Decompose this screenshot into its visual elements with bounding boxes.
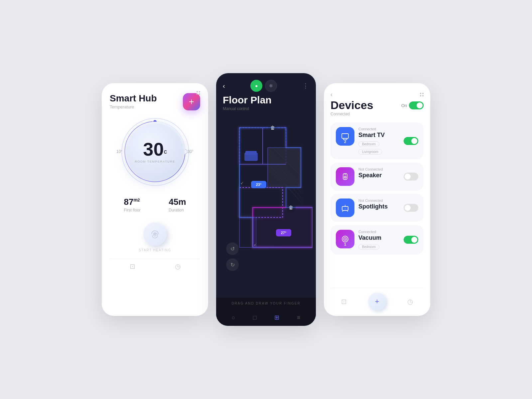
fp-undo-button[interactable]: ↺	[226, 242, 239, 255]
devices-title-row: Devices Connected On	[331, 99, 424, 122]
spotlights-icon	[336, 199, 354, 217]
temp-unit: c	[164, 148, 167, 155]
vacuum-toggle[interactable]	[404, 236, 418, 244]
devices-connected-label: Connected	[331, 112, 373, 116]
dev-nav-home[interactable]: ⊡	[341, 298, 347, 306]
devices-toggle-row: On	[401, 101, 424, 109]
svg-point-50	[344, 238, 346, 240]
screens-container: Smart Hub Temperature + 20° 10° 30°	[102, 73, 430, 326]
vacuum-tag-bedroom: Bedroom	[358, 244, 379, 250]
device-card-speaker: Not Connected Speaker	[331, 163, 424, 191]
duration-label: Duration	[169, 208, 186, 212]
duration-value: 45m	[169, 197, 186, 207]
fp-nav-square[interactable]: □	[253, 314, 257, 321]
fingerprint-section: START HEATING	[110, 222, 200, 252]
speaker-name: Speaker	[358, 172, 400, 179]
fp-action-buttons: ↺ ↻	[226, 242, 239, 271]
hub-subtitle: Temperature	[110, 104, 157, 109]
smart-tv-tag-bedroom: Bedroom	[358, 141, 379, 147]
fingerprint-icon	[149, 228, 161, 240]
speaker-info: Not Connected Speaker	[358, 167, 400, 182]
fp-bottom-nav: ○ □ ⊞ ≡	[216, 309, 316, 326]
fp-controls: ● ❄	[250, 80, 277, 92]
devices-on-label: On	[401, 103, 407, 108]
devices-screen: ‹ Devices Connected On	[324, 83, 430, 316]
spotlights-status: Not Connected	[358, 199, 400, 202]
vacuum-name: Vacuum	[358, 234, 400, 241]
devices-back-button[interactable]: ‹	[331, 91, 332, 98]
hub-title-section: Smart Hub Temperature	[110, 93, 157, 109]
area-label: First floor	[124, 208, 140, 212]
duration-stat: 45m Duration	[169, 197, 186, 212]
thermostat-ring[interactable]: 30c ROOM TEMPERATURE	[125, 122, 185, 182]
device-card-vacuum: 1 Connected Vacuum Bedroom	[331, 225, 424, 254]
vacuum-icon: 1	[336, 230, 354, 248]
smart-tv-toggle[interactable]	[404, 137, 418, 145]
fp-nav-selection[interactable]: ⊞	[274, 314, 279, 321]
fp-menu-dots[interactable]: ⋮	[303, 82, 309, 89]
devices-title-section: Devices Connected	[331, 99, 373, 122]
devices-master-toggle[interactable]	[409, 101, 424, 109]
home-nav-icon[interactable]: ⊡	[130, 262, 135, 270]
temp-display: 30c	[143, 140, 167, 159]
stats-row: 87m2 First floor 45m Duration	[110, 197, 200, 212]
hub-header: Smart Hub Temperature +	[110, 93, 200, 110]
smart-tv-tag-livingroom: Livingroom	[358, 149, 382, 155]
fp-drag-label: DRAG AND DRAW YOUR FINGER	[223, 302, 309, 305]
spotlights-name: Spotlights	[358, 203, 400, 210]
svg-text:↙: ↙	[240, 181, 244, 185]
device-list: 2 Connected Smart TV Bedroom Livingroom	[331, 122, 424, 284]
svg-rect-35	[342, 134, 348, 138]
hub-title: Smart Hub	[110, 93, 157, 104]
fp-map[interactable]: 🗑 🗑 23° ↙ 27° ↙	[219, 114, 313, 298]
fp-title: Floor Plan	[223, 94, 309, 106]
thermostat-widget: 20° 10° 30°	[110, 115, 200, 188]
smart-tv-status: Connected	[358, 127, 400, 131]
svg-text:↙: ↙	[254, 242, 257, 247]
speaker-toggle[interactable]	[404, 173, 418, 181]
smart-tv-tags: Bedroom Livingroom	[358, 141, 400, 155]
svg-point-42	[345, 174, 346, 175]
dev-nav-clock[interactable]: ◷	[407, 298, 413, 306]
fp-bottom-bar: DRAG AND DRAW YOUR FINGER	[216, 298, 316, 309]
device-card-spotlights: Not Connected Spotlights	[331, 194, 424, 222]
svg-point-41	[345, 177, 345, 178]
menu-dots	[197, 91, 200, 95]
svg-text:27°: 27°	[281, 231, 287, 235]
smart-hub-screen: Smart Hub Temperature + 20° 10° 30°	[102, 83, 208, 316]
start-heating-label: START HEATING	[139, 248, 171, 252]
vacuum-num: 1	[344, 242, 346, 246]
vacuum-tags: Bedroom	[358, 244, 400, 250]
fingerprint-button[interactable]	[143, 222, 167, 246]
smart-tv-info: Connected Smart TV Bedroom Livingroom	[358, 127, 400, 155]
smart-tv-name: Smart TV	[358, 132, 400, 139]
fp-nav-circle[interactable]: ○	[232, 314, 235, 321]
speaker-icon	[336, 167, 354, 186]
devices-bottom-nav: ⊡ + ◷	[331, 288, 424, 311]
area-stat: 87m2 First floor	[124, 197, 140, 212]
area-value: 87m2	[124, 197, 140, 207]
devices-title: Devices	[331, 99, 373, 112]
speaker-status: Not Connected	[358, 167, 400, 171]
spotlights-toggle[interactable]	[404, 204, 418, 212]
fp-green-btn[interactable]: ●	[250, 80, 262, 92]
vacuum-info: Connected Vacuum Bedroom	[358, 230, 400, 250]
add-button[interactable]: +	[183, 93, 200, 110]
smart-tv-num: 2	[344, 140, 346, 144]
fp-nav-lines[interactable]: ≡	[297, 314, 301, 321]
fp-title-section: Floor Plan Manual control	[216, 94, 316, 114]
fp-back-button[interactable]: ‹	[223, 82, 225, 90]
devices-header-row: ‹	[331, 91, 424, 98]
fp-redo-button[interactable]: ↻	[226, 258, 239, 271]
svg-rect-21	[253, 207, 313, 247]
dev-add-button[interactable]: +	[368, 293, 386, 311]
vacuum-status: Connected	[358, 230, 400, 234]
room-temp-label: ROOM TEMPERATURE	[135, 160, 175, 163]
temp-value: 30	[143, 139, 164, 160]
fp-subtitle: Manual control	[223, 106, 309, 111]
clock-nav-icon[interactable]: ◷	[175, 262, 181, 270]
bottom-nav: ⊡ ◷	[110, 259, 200, 270]
fp-header: ‹ ● ❄ ⋮	[216, 73, 316, 94]
floor-plan-screen: ‹ ● ❄ ⋮ Floor Plan Manual control	[216, 73, 316, 326]
fp-snowflake-btn[interactable]: ❄	[265, 80, 277, 92]
